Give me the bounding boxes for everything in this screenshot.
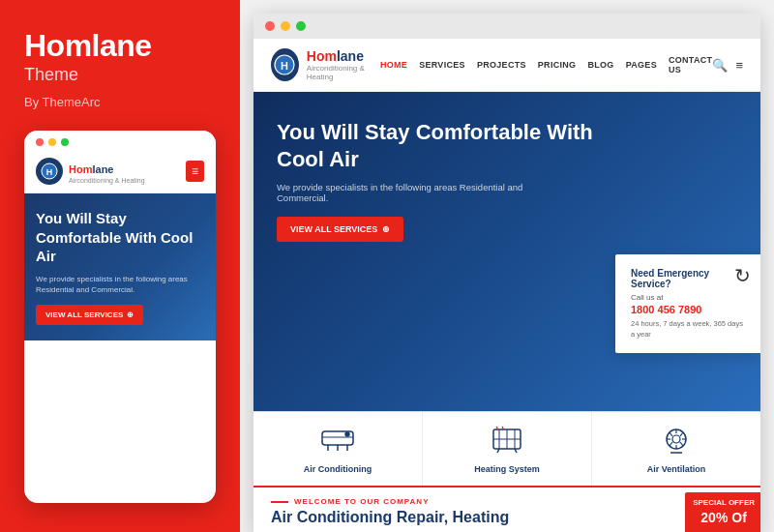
nav-link-home[interactable]: HOME [380, 60, 407, 70]
service-item-heat[interactable]: Heating System [423, 412, 592, 486]
brand-title: Homlane [24, 29, 216, 63]
svg-text:H: H [46, 167, 53, 177]
mobile-dot-green [61, 138, 69, 146]
left-panel: Homlane Theme By ThemeArc H Homlane [0, 0, 240, 532]
bottom-strip: WELCOME TO OUR COMPANY Air Conditioning … [253, 486, 760, 532]
mobile-dot-yellow [48, 138, 56, 146]
mobile-hero: You Will Stay Comfortable With Cool Air … [24, 193, 216, 340]
special-offer-pct: 20% Of [693, 509, 755, 526]
mobile-logo-svg: H [41, 163, 58, 180]
nav-link-pricing[interactable]: PRICING [538, 60, 577, 70]
heat-icon-svg [490, 426, 524, 457]
nav-link-contact[interactable]: CONTACT US [669, 55, 712, 74]
mobile-btn-icon: ⊕ [127, 310, 134, 319]
desktop-dot-green [296, 21, 306, 31]
ac-icon [320, 424, 355, 458]
desktop-top-bar [253, 14, 760, 39]
ac-icon-svg [320, 426, 355, 457]
mobile-top-bar [24, 131, 216, 150]
mobile-btn-label: VIEW ALL SERVICES [45, 310, 123, 319]
desktop-logo-wrap: H Homlane Airconditioning & Heating [271, 48, 380, 81]
nav-link-pages[interactable]: PAGES [626, 60, 657, 70]
mobile-logo-sub: Airconditioning & Heating [69, 177, 145, 184]
desktop-nav: H Homlane Airconditioning & Heating HOME… [253, 39, 760, 92]
service-item-vent[interactable]: Air Ventilation [592, 412, 760, 486]
nav-link-projects[interactable]: PROJECTS [477, 60, 526, 70]
nav-link-services[interactable]: SERVICES [419, 60, 465, 70]
desktop-hero-desc: We provide specialists in the following … [277, 182, 567, 203]
mobile-logo-text: Homlane [69, 163, 113, 175]
desktop-dot-yellow [281, 21, 290, 31]
mobile-logo-icon: H [36, 158, 63, 185]
service-item-ac[interactable]: Air Conditioning [253, 412, 423, 486]
mobile-logo-hom: Hom [69, 163, 92, 175]
desktop-hero-btn-label: VIEW ALL SERVICES [290, 224, 377, 234]
right-panel: H Homlane Airconditioning & Heating HOME… [240, 0, 774, 532]
brand-by: By ThemeArc [24, 95, 216, 109]
desktop-hero-btn-icon: ⊕ [382, 224, 390, 234]
emergency-call-label: Call us at [631, 293, 745, 302]
desktop-mockup: H Homlane Airconditioning & Heating HOME… [253, 14, 760, 532]
mobile-hero-title: You Will Stay Comfortable With Cool Air [36, 209, 204, 266]
mobile-logo-text-wrap: Homlane Airconditioning & Heating [69, 160, 145, 184]
svg-point-18 [672, 435, 680, 443]
mobile-mockup: H Homlane Airconditioning & Heating ≡ Yo… [24, 131, 216, 503]
services-row: Air Conditioning [253, 411, 760, 486]
emergency-phone: 1800 456 7890 [631, 304, 745, 315]
bottom-welcome-label: WELCOME TO OUR COMPANY [271, 497, 743, 506]
mobile-nav: H Homlane Airconditioning & Heating ≡ [24, 150, 216, 193]
heat-icon [490, 424, 524, 458]
desktop-logo-sub: Airconditioning & Heating [307, 64, 380, 81]
desktop-hero: You Will Stay Comfortable With Cool Air … [253, 92, 760, 411]
emergency-hours: 24 hours, 7 days a week, 365 days a year [631, 319, 745, 340]
service-label-heat: Heating System [474, 464, 540, 474]
mobile-view-all-services-button[interactable]: VIEW ALL SERVICES ⊕ [36, 305, 143, 325]
desktop-logo-hom: Hom [307, 48, 337, 64]
service-label-ac: Air Conditioning [304, 464, 372, 474]
desktop-logo-text: Homlane [307, 48, 380, 64]
mobile-hamburger-button[interactable]: ≡ [186, 161, 204, 182]
desktop-logo-text-wrap: Homlane Airconditioning & Heating [307, 48, 380, 81]
mobile-hero-desc: We provide specialists in the following … [36, 274, 204, 295]
search-icon[interactable]: 🔍 [712, 58, 728, 73]
vent-icon [659, 424, 694, 458]
desktop-hero-title: You Will Stay Comfortable With Cool Air [277, 119, 606, 172]
menu-icon[interactable]: ≡ [735, 58, 743, 73]
emergency-icon: ↻ [734, 264, 751, 287]
emergency-title: Need Emergency Service? [631, 268, 745, 289]
special-offer-line1: SPECIAL [693, 498, 727, 507]
desktop-logo-icon: H [271, 48, 299, 81]
desktop-logo-svg: H [274, 54, 295, 75]
svg-point-9 [345, 432, 349, 436]
desktop-view-all-services-button[interactable]: VIEW ALL SERVICES ⊕ [277, 217, 403, 242]
service-label-vent: Air Ventilation [647, 464, 706, 474]
special-offer-line2: OFFER [729, 498, 755, 507]
nav-link-blog[interactable]: BLOG [587, 60, 613, 70]
vent-icon-svg [659, 426, 694, 457]
desktop-nav-links: HOME SERVICES PROJECTS PRICING BLOG PAGE… [380, 55, 712, 74]
desktop-dot-red [265, 21, 275, 31]
desktop-nav-icons: 🔍 ≡ [712, 58, 743, 73]
bottom-strip-title: Air Conditioning Repair, Heating [271, 509, 743, 526]
emergency-card: ↻ Need Emergency Service? Call us at 180… [615, 254, 760, 353]
special-offer-badge: SPECIAL OFFER 20% Of [685, 492, 760, 532]
brand-subtitle: Theme [24, 65, 216, 85]
mobile-logo-wrap: H Homlane Airconditioning & Heating [36, 158, 145, 185]
svg-text:H: H [281, 60, 288, 72]
mobile-dot-red [36, 138, 44, 146]
